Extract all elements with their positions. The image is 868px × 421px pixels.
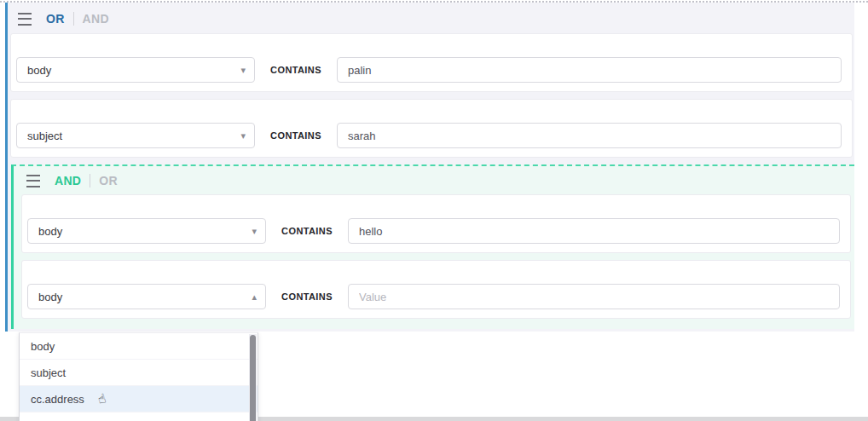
chevron-down-icon: ▾ — [252, 227, 257, 236]
toggle-divider — [73, 12, 74, 26]
dropdown-scrollbar-track[interactable] — [249, 334, 257, 421]
chevron-down-icon: ▾ — [240, 131, 246, 141]
toggle-divider — [90, 174, 90, 187]
field-select-open[interactable]: body ▴ — [27, 284, 266, 309]
condition-or-button[interactable]: OR — [99, 174, 118, 187]
group-drag-handle-icon[interactable] — [18, 13, 32, 26]
rule-row: body ▾ CONTAINS — [21, 194, 851, 253]
dropdown-option-body[interactable]: body — [20, 333, 258, 360]
operator-label: CONTAINS — [255, 65, 337, 75]
dropdown-option-cc-address[interactable]: cc.address ☝ — [20, 386, 258, 412]
field-select-value: subject — [27, 130, 62, 142]
rule-controls: subject ▾ CONTAINS — [16, 123, 847, 148]
field-select-value: body — [27, 64, 51, 77]
group-or-condition-toggle: OR AND — [46, 12, 109, 26]
value-input[interactable] — [348, 218, 840, 244]
query-builder: OR AND body ▾ CONTAINS subject — [0, 0, 868, 421]
value-input[interactable] — [337, 57, 842, 83]
group-or-header: OR AND — [8, 3, 854, 33]
group-drag-handle-icon[interactable] — [26, 175, 40, 187]
operator-label: CONTAINS — [255, 130, 337, 141]
value-input[interactable] — [348, 284, 840, 309]
condition-and-button[interactable]: AND — [55, 174, 81, 187]
chevron-up-icon: ▴ — [252, 292, 257, 302]
dropdown-option-subject[interactable]: subject — [20, 360, 258, 386]
rule-controls: body ▴ CONTAINS — [27, 284, 845, 309]
rule-controls: body ▾ CONTAINS — [27, 218, 845, 244]
condition-and-button[interactable]: AND — [83, 12, 109, 26]
field-dropdown-list: body subject cc.address ☝ bcc.address — [19, 332, 258, 421]
rule-row: body ▴ CONTAINS — [21, 260, 851, 319]
group-and-condition-toggle: AND OR — [55, 174, 118, 187]
field-select[interactable]: body ▾ — [16, 57, 255, 83]
field-select[interactable]: body ▾ — [27, 218, 266, 244]
value-input[interactable] — [337, 123, 842, 148]
top-dotted-divider — [0, 1, 868, 3]
chevron-down-icon: ▾ — [240, 66, 246, 75]
rule-row: body ▾ CONTAINS — [10, 33, 853, 92]
group-and-header: AND OR — [14, 166, 854, 194]
operator-label: CONTAINS — [266, 291, 348, 302]
field-select-value: body — [38, 225, 62, 238]
field-select-value: body — [38, 291, 62, 303]
dropdown-option-partial[interactable]: bcc.address — [20, 412, 258, 421]
rule-row: subject ▾ CONTAINS — [10, 99, 853, 158]
group-and: AND OR body ▾ CONTAINS — [11, 164, 854, 329]
rule-controls: body ▾ CONTAINS — [16, 57, 847, 83]
group-or: OR AND body ▾ CONTAINS subject — [5, 3, 854, 332]
field-select[interactable]: subject ▾ — [16, 123, 255, 148]
hand-cursor-icon: ☝ — [96, 390, 107, 407]
dropdown-option-label: cc.address — [31, 393, 84, 406]
condition-or-button[interactable]: OR — [46, 12, 65, 26]
dropdown-scrollbar-thumb[interactable] — [250, 335, 256, 421]
operator-label: CONTAINS — [266, 226, 348, 236]
